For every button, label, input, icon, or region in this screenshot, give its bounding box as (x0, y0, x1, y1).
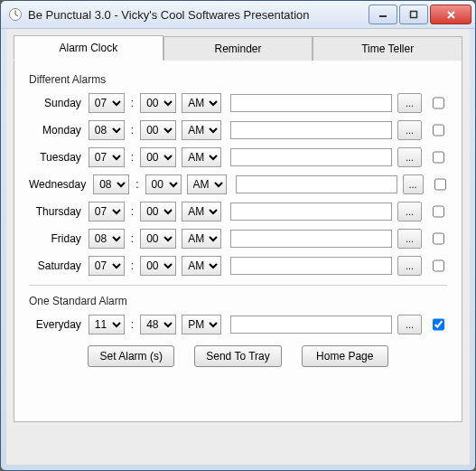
close-button[interactable] (430, 5, 471, 24)
ampm-select[interactable]: AM (182, 202, 221, 221)
time-colon: : (135, 178, 139, 191)
day-label-everyday: Everyday (29, 318, 83, 331)
ampm-select[interactable]: AM (182, 93, 221, 113)
minimize-button[interactable] (369, 5, 397, 24)
tab-alarm-clock[interactable]: Alarm Clock (14, 35, 163, 61)
tab-strip: Alarm Clock Reminder Time Teller (14, 34, 462, 61)
hour-select[interactable]: 08 (89, 120, 125, 140)
everyday-enable-checkbox[interactable] (433, 318, 444, 331)
ampm-select[interactable]: AM (182, 147, 221, 167)
minute-select[interactable]: 00 (145, 174, 182, 194)
ampm-select[interactable]: AM (182, 229, 221, 249)
alarm-row: Friday08:00AM... (29, 229, 447, 249)
enable-checkbox[interactable] (433, 124, 444, 137)
enable-checkbox[interactable] (433, 205, 444, 218)
minute-select[interactable]: 00 (140, 120, 176, 140)
minute-select[interactable]: 00 (140, 93, 176, 113)
hour-select[interactable]: 08 (89, 229, 125, 249)
client-area: Alarm Clock Reminder Time Teller Differe… (6, 29, 470, 465)
svg-rect-4 (411, 12, 417, 18)
standard-alarm-label: One Standard Alarm (29, 295, 447, 307)
standard-alarm-row: Everyday 11 : 48 PM ... (29, 315, 447, 334)
everyday-browse-button[interactable]: ... (397, 315, 422, 334)
ampm-select[interactable]: AM (187, 174, 227, 194)
tab-label: Time Teller (361, 42, 414, 55)
everyday-note-input[interactable] (230, 316, 392, 334)
tab-reminder[interactable]: Reminder (163, 36, 313, 61)
maximize-button[interactable] (399, 5, 428, 24)
note-input[interactable] (236, 175, 397, 193)
enable-checkbox[interactable] (433, 259, 444, 272)
enable-checkbox[interactable] (433, 97, 444, 109)
note-input[interactable] (230, 203, 392, 221)
note-input[interactable] (230, 257, 392, 275)
note-input[interactable] (230, 121, 392, 139)
time-colon: : (130, 232, 135, 245)
day-label: Friday (29, 232, 83, 245)
hour-select[interactable]: 07 (89, 256, 125, 276)
alarm-row: Sunday07:00AM... (29, 93, 447, 113)
separator (29, 285, 447, 286)
send-to-tray-button[interactable]: Send To Tray (194, 345, 282, 367)
day-label: Wednesday (29, 178, 88, 191)
alarm-row: Tuesday07:00AM... (29, 147, 447, 167)
enable-checkbox[interactable] (434, 178, 446, 191)
minute-select[interactable]: 00 (140, 256, 176, 276)
alarm-row: Saturday07:00AM... (29, 256, 447, 276)
enable-checkbox[interactable] (433, 232, 444, 245)
enable-checkbox[interactable] (433, 151, 444, 164)
set-alarm-button[interactable]: Set Alarm (s) (88, 345, 174, 367)
tab-page-alarm: Different Alarms Sunday07:00AM...Monday0… (14, 61, 462, 422)
alarm-row: Thursday07:00AM... (29, 202, 447, 221)
browse-button[interactable]: ... (397, 120, 422, 140)
everyday-min-select[interactable]: 48 (140, 315, 176, 334)
window-title: Be Punctual 3.0 - Vicky's Cool Softwares… (28, 8, 369, 22)
home-page-button[interactable]: Home Page (302, 345, 388, 367)
time-colon: : (130, 259, 135, 272)
browse-button[interactable]: ... (397, 147, 422, 167)
alarm-row: Monday08:00AM... (29, 120, 447, 140)
day-label: Tuesday (29, 151, 83, 164)
browse-button[interactable]: ... (397, 93, 422, 113)
note-input[interactable] (230, 94, 392, 112)
ampm-select[interactable]: AM (182, 256, 221, 276)
hour-select[interactable]: 08 (93, 174, 129, 194)
app-icon (8, 7, 23, 22)
app-window: Be Punctual 3.0 - Vicky's Cool Softwares… (0, 0, 476, 471)
tab-label: Alarm Clock (59, 42, 117, 54)
time-colon: : (130, 124, 135, 137)
tab-label: Reminder (214, 42, 261, 55)
minute-select[interactable]: 00 (140, 202, 176, 221)
note-input[interactable] (230, 230, 392, 248)
time-colon: : (130, 318, 135, 331)
day-label: Monday (29, 124, 83, 137)
browse-button[interactable]: ... (397, 202, 422, 221)
hour-select[interactable]: 07 (89, 93, 125, 113)
bottom-buttons: Set Alarm (s) Send To Tray Home Page (29, 345, 447, 367)
minute-select[interactable]: 00 (140, 147, 176, 167)
day-label: Saturday (29, 259, 83, 272)
day-label: Sunday (29, 97, 83, 109)
note-input[interactable] (230, 148, 392, 166)
everyday-ampm-select[interactable]: PM (182, 315, 221, 334)
alarm-row: Wednesday08:00AM... (29, 174, 447, 194)
time-colon: : (130, 97, 135, 109)
time-colon: : (130, 205, 135, 218)
time-colon: : (130, 151, 135, 164)
hour-select[interactable]: 07 (89, 147, 125, 167)
ampm-select[interactable]: AM (182, 120, 221, 140)
window-buttons (369, 5, 471, 24)
hour-select[interactable]: 07 (89, 202, 125, 221)
tab-time-teller[interactable]: Time Teller (313, 36, 462, 61)
title-bar: Be Punctual 3.0 - Vicky's Cool Softwares… (1, 1, 475, 29)
browse-button[interactable]: ... (397, 256, 422, 276)
everyday-hour-select[interactable]: 11 (89, 315, 125, 334)
day-label: Thursday (29, 205, 83, 218)
different-alarms-label: Different Alarms (29, 73, 447, 86)
browse-button[interactable]: ... (403, 174, 424, 194)
browse-button[interactable]: ... (397, 229, 422, 249)
minute-select[interactable]: 00 (140, 229, 176, 249)
